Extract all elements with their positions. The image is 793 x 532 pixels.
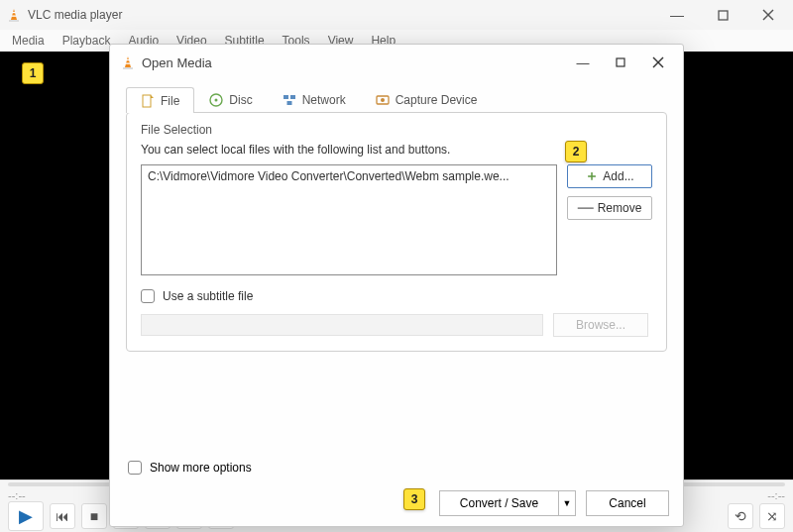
open-media-dialog: Open Media ― File Disc Network Capture D…	[109, 44, 684, 527]
convert-save-label: Convert / Save	[460, 496, 538, 510]
subtitle-browse-label: Browse...	[576, 318, 625, 332]
time-total: --:--	[767, 489, 785, 501]
tab-network-label: Network	[302, 93, 346, 107]
main-minimize-button[interactable]: ―	[654, 0, 700, 30]
tab-file[interactable]: File	[126, 87, 194, 113]
dialog-titlebar: Open Media ―	[110, 45, 683, 80]
stop-button[interactable]: ■	[81, 503, 107, 529]
add-file-label: Add...	[603, 169, 633, 183]
random-button[interactable]: ⤨	[759, 503, 785, 529]
file-selection-title: File Selection	[141, 123, 652, 137]
file-selection-panel: File Selection You can select local file…	[126, 112, 667, 352]
main-close-button[interactable]	[745, 0, 791, 30]
svg-rect-2	[12, 12, 16, 13]
svg-rect-14	[143, 95, 151, 107]
add-file-button[interactable]: ＋ Add...	[567, 164, 652, 188]
tab-capture-label: Capture Device	[396, 93, 478, 107]
dialog-tabs: File Disc Network Capture Device	[110, 82, 683, 112]
loop-button[interactable]: ⟲	[728, 503, 753, 529]
time-elapsed: --:--	[8, 489, 26, 501]
convert-save-button[interactable]: Convert / Save	[439, 490, 558, 516]
svg-rect-3	[12, 16, 17, 17]
callout-badge-3: 3	[403, 488, 425, 510]
vlc-cone-icon	[6, 7, 22, 23]
show-more-options-checkbox[interactable]	[128, 461, 142, 475]
tab-disc-label: Disc	[229, 93, 252, 107]
cancel-button[interactable]: Cancel	[586, 490, 669, 516]
main-maximize-button[interactable]	[700, 0, 745, 30]
file-icon	[141, 94, 155, 108]
use-subtitle-checkbox[interactable]	[141, 289, 155, 303]
file-list-box[interactable]: C:\Vidmore\Vidmore Video Converter\Conve…	[141, 164, 557, 275]
subtitle-path-input	[141, 314, 543, 336]
plus-icon: ＋	[585, 167, 599, 185]
menu-media[interactable]: Media	[4, 32, 53, 50]
network-icon	[283, 93, 296, 107]
svg-marker-15	[151, 95, 154, 98]
show-more-options-label: Show more options	[150, 461, 252, 475]
svg-rect-19	[290, 95, 295, 99]
tab-file-label: File	[161, 94, 179, 108]
main-titlebar: VLC media player ―	[0, 0, 793, 30]
svg-marker-7	[125, 56, 131, 67]
svg-point-22	[381, 98, 385, 102]
prev-button[interactable]: ⏮	[50, 503, 75, 529]
svg-rect-10	[126, 63, 131, 64]
svg-rect-1	[9, 20, 19, 22]
svg-rect-18	[283, 95, 288, 99]
callout-badge-1: 1	[22, 62, 44, 84]
tab-capture[interactable]: Capture Device	[361, 86, 493, 112]
play-button[interactable]: ▶	[8, 501, 44, 531]
tab-disc[interactable]: Disc	[194, 86, 267, 112]
svg-rect-8	[123, 67, 133, 69]
dialog-close-button[interactable]	[639, 49, 677, 76]
svg-rect-11	[617, 58, 624, 66]
convert-save-dropdown[interactable]: ▼	[558, 490, 576, 516]
use-subtitle-label: Use a subtitle file	[163, 289, 253, 303]
cancel-label: Cancel	[609, 496, 645, 510]
vlc-cone-icon	[120, 54, 136, 70]
remove-file-button[interactable]: — Remove	[567, 196, 652, 220]
remove-file-label: Remove	[598, 201, 642, 215]
dialog-minimize-button[interactable]: ―	[564, 49, 602, 76]
dialog-maximize-button[interactable]	[602, 49, 639, 76]
tab-network[interactable]: Network	[268, 86, 361, 112]
svg-marker-0	[11, 9, 17, 20]
main-window-title: VLC media player	[28, 8, 654, 22]
selected-file-path: C:\Vidmore\Vidmore Video Converter\Conve…	[148, 169, 510, 183]
capture-icon	[376, 93, 390, 107]
svg-rect-9	[126, 59, 130, 60]
dialog-title: Open Media	[142, 55, 564, 70]
svg-point-17	[215, 98, 218, 101]
svg-rect-4	[719, 11, 728, 20]
svg-rect-20	[286, 101, 291, 105]
disc-icon	[209, 93, 223, 107]
convert-save-combo: Convert / Save ▼	[439, 490, 576, 516]
callout-badge-2: 2	[565, 141, 587, 162]
subtitle-browse-button: Browse...	[553, 313, 648, 337]
